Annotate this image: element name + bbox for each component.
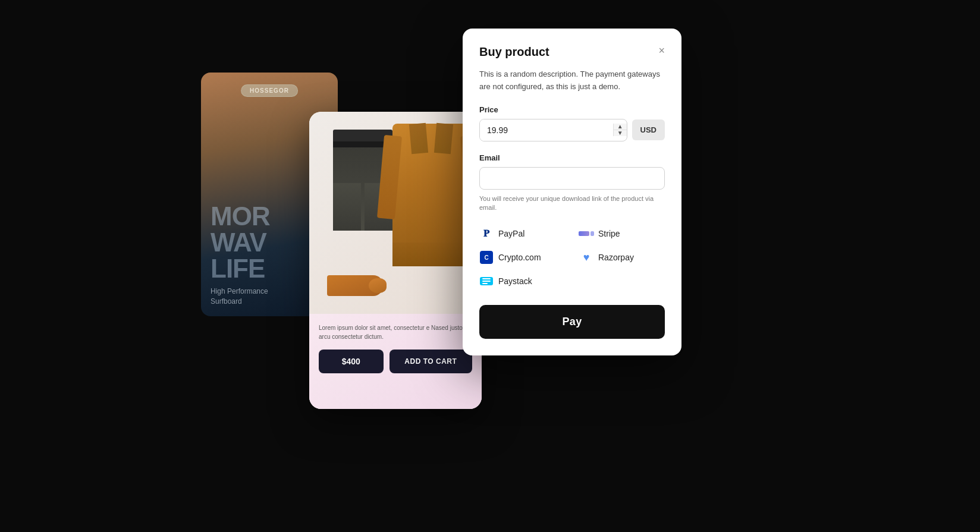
razorpay-label: Razorpay [598, 253, 634, 262]
price-input-wrap: ▲ ▼ [479, 119, 627, 141]
price-label: Price [479, 105, 665, 114]
email-hint: You will receive your unique download li… [479, 194, 665, 213]
crypto-label: Crypto.com [498, 253, 541, 262]
payment-methods-grid: 𝐏 PayPal Stripe C Crypto.com ♥ [479, 226, 665, 288]
currency-badge: USD [632, 119, 665, 140]
crypto-option[interactable]: C Crypto.com [479, 250, 565, 265]
modal-title: Buy product [479, 45, 549, 59]
product-card: Lorem ipsum dolor sit amet, consectetur … [309, 112, 482, 409]
email-label: Email [479, 153, 665, 162]
price-spinners: ▲ ▼ [613, 124, 627, 136]
modal-close-button[interactable]: × [658, 45, 665, 56]
jacket-visual [392, 124, 470, 284]
modal-header: Buy product × [479, 45, 665, 59]
product-image [309, 112, 482, 314]
product-card-bottom: Lorem ipsum dolor sit amet, consectetur … [309, 314, 482, 409]
product-description: Lorem ipsum dolor sit amet, consectetur … [319, 323, 472, 341]
price-row: ▲ ▼ USD [479, 119, 665, 141]
paypal-label: PayPal [498, 229, 524, 238]
crypto-icon: C [479, 250, 494, 265]
razorpay-icon: ♥ [579, 250, 593, 265]
email-input[interactable] [479, 167, 665, 190]
stripe-option[interactable]: Stripe [579, 226, 665, 241]
paypal-icon: 𝐏 [479, 226, 494, 241]
add-to-cart-button[interactable]: ADD TO CART [390, 350, 472, 373]
price-input[interactable] [480, 119, 613, 141]
modal-description: This is a random description. The paymen… [479, 68, 665, 93]
paystack-label: Paystack [498, 276, 532, 286]
price-down-button[interactable]: ▼ [614, 130, 627, 136]
product-actions: $400 ADD TO CART [319, 350, 472, 373]
paystack-icon [479, 274, 494, 288]
surfboard-badge: HOSSEGOR [241, 84, 298, 97]
buy-modal: Buy product × This is a random descripti… [463, 29, 681, 355]
paypal-option[interactable]: 𝐏 PayPal [479, 226, 565, 241]
shoe-visual [327, 275, 384, 296]
stripe-icon [579, 226, 593, 241]
razorpay-option[interactable]: ♥ Razorpay [579, 250, 665, 265]
paystack-option[interactable]: Paystack [479, 274, 565, 288]
price-button[interactable]: $400 [319, 350, 384, 373]
stripe-label: Stripe [598, 229, 620, 238]
pay-button[interactable]: Pay [479, 305, 665, 339]
